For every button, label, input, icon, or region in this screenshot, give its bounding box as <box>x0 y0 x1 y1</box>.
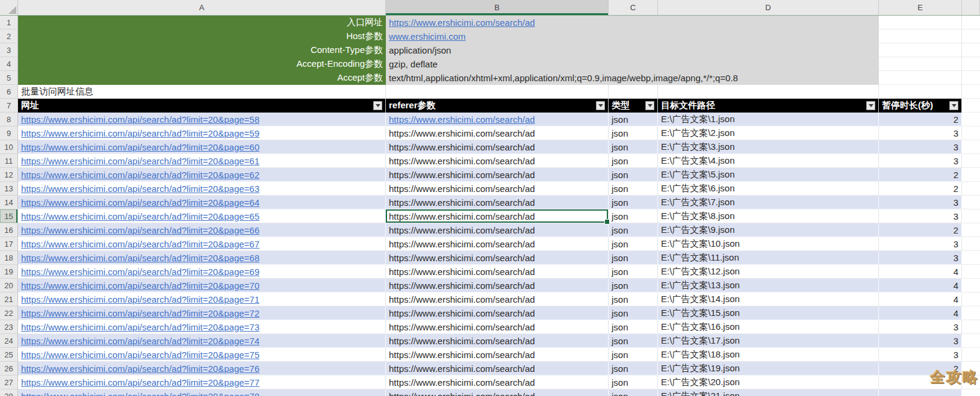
referer-cell[interactable]: https://www.ershicimi.com/search/ad <box>386 376 609 389</box>
column-header-A[interactable]: A <box>18 0 386 15</box>
path-cell[interactable]: E:\广告文案\10.json <box>658 237 879 251</box>
type-cell[interactable]: json <box>609 362 658 376</box>
row-header-14[interactable]: 14 <box>0 196 18 209</box>
type-cell[interactable]: json <box>609 154 658 168</box>
column-header-D[interactable]: D <box>658 0 879 15</box>
config-label-cell[interactable]: Content-Type参数 <box>18 43 386 57</box>
empty-cell[interactable] <box>879 85 962 99</box>
config-value-link[interactable]: https://www.ershicimi.com/search/ad <box>389 17 535 28</box>
empty-cell[interactable] <box>962 85 980 99</box>
referer-cell[interactable]: https://www.ershicimi.com/search/ad <box>386 279 609 292</box>
path-cell[interactable]: E:\广告文案\2.json <box>658 126 879 140</box>
pause-cell[interactable]: 3 <box>879 196 962 209</box>
config-label-cell[interactable]: 入口网址 <box>18 16 386 29</box>
referer-cell[interactable]: https://www.ershicimi.com/search/ad <box>386 292 609 306</box>
referer-cell[interactable]: https://www.ershicimi.com/search/ad <box>386 334 609 348</box>
config-value-cell[interactable]: gzip, deflate <box>386 57 879 71</box>
path-cell[interactable]: E:\广告文案\8.json <box>658 209 879 223</box>
url-cell[interactable]: https://www.ershicimi.com/api/search/ad?… <box>18 196 386 209</box>
row-header-1[interactable]: 1 <box>0 16 18 29</box>
row-header-20[interactable]: 20 <box>0 279 18 292</box>
url-cell[interactable]: https://www.ershicimi.com/api/search/ad?… <box>18 265 386 279</box>
url-link[interactable]: https://www.ershicimi.com/api/search/ad?… <box>21 142 259 152</box>
empty-cell[interactable] <box>879 71 962 85</box>
path-cell[interactable]: E:\广告文案\14.json <box>658 292 879 306</box>
row-header-5[interactable]: 5 <box>0 71 18 85</box>
empty-cell[interactable] <box>962 182 980 196</box>
referer-cell[interactable]: https://www.ershicimi.com/search/ad <box>386 251 609 265</box>
referer-cell[interactable]: https://www.ershicimi.com/search/ad <box>386 265 609 279</box>
empty-cell[interactable] <box>962 71 980 85</box>
type-cell[interactable]: json <box>609 113 658 126</box>
pause-cell[interactable]: 3 <box>879 320 962 334</box>
empty-cell[interactable] <box>879 57 962 71</box>
url-cell[interactable]: https://www.ershicimi.com/api/search/ad?… <box>18 389 386 396</box>
empty-cell[interactable] <box>962 237 980 251</box>
config-label-cell[interactable]: Accept参数 <box>18 71 386 85</box>
row-header-7[interactable]: 7 <box>0 99 18 113</box>
path-cell[interactable]: E:\广告文案\18.json <box>658 348 879 362</box>
path-cell[interactable]: E:\广告文案\1.json <box>658 113 879 126</box>
row-header-15[interactable]: 15 <box>0 209 18 223</box>
referer-link[interactable]: https://www.ershicimi.com/search/ad <box>389 114 535 125</box>
empty-cell[interactable] <box>962 334 980 348</box>
referer-cell[interactable]: https://www.ershicimi.com/search/ad <box>386 320 609 334</box>
url-cell[interactable]: https://www.ershicimi.com/api/search/ad?… <box>18 140 386 154</box>
row-header-19[interactable]: 19 <box>0 265 18 279</box>
row-header-12[interactable]: 12 <box>0 168 18 182</box>
type-cell[interactable]: json <box>609 292 658 306</box>
row-header-13[interactable]: 13 <box>0 182 18 196</box>
url-link[interactable]: https://www.ershicimi.com/api/search/ad?… <box>21 350 259 360</box>
empty-cell[interactable] <box>962 265 980 279</box>
referer-cell[interactable]: https://www.ershicimi.com/search/ad <box>386 154 609 168</box>
row-header-21[interactable]: 21 <box>0 292 18 306</box>
type-cell[interactable]: json <box>609 389 658 396</box>
url-link[interactable]: https://www.ershicimi.com/api/search/ad?… <box>21 391 259 396</box>
config-label-cell[interactable]: Host参数 <box>18 29 386 43</box>
path-cell[interactable]: E:\广告文案\15.json <box>658 306 879 320</box>
type-cell[interactable]: json <box>609 182 658 196</box>
table-column-header[interactable]: 目标文件路径 <box>658 99 879 113</box>
pause-cell[interactable]: 4 <box>879 292 962 306</box>
column-header-B[interactable]: B <box>386 0 609 15</box>
url-link[interactable]: https://www.ershicimi.com/api/search/ad?… <box>21 267 259 277</box>
empty-cell[interactable] <box>962 99 980 113</box>
config-label-cell[interactable]: Accept-Encoding参数 <box>18 57 386 71</box>
pause-cell[interactable]: 4 <box>879 265 962 279</box>
url-link[interactable]: https://www.ershicimi.com/api/search/ad?… <box>21 253 259 263</box>
url-cell[interactable]: https://www.ershicimi.com/api/search/ad?… <box>18 113 386 126</box>
column-header-C[interactable]: C <box>609 0 658 15</box>
url-link[interactable]: https://www.ershicimi.com/api/search/ad?… <box>21 156 259 166</box>
empty-cell[interactable] <box>962 57 980 71</box>
type-cell[interactable]: json <box>609 334 658 348</box>
type-cell[interactable]: json <box>609 237 658 251</box>
empty-cell[interactable] <box>879 16 962 29</box>
path-cell[interactable]: E:\广告文案\19.json <box>658 362 879 376</box>
path-cell[interactable]: E:\广告文案\21.json <box>658 389 879 396</box>
url-cell[interactable]: https://www.ershicimi.com/api/search/ad?… <box>18 182 386 196</box>
empty-cell[interactable] <box>962 320 980 334</box>
filter-button[interactable] <box>373 101 382 110</box>
empty-cell[interactable] <box>962 348 980 362</box>
type-cell[interactable]: json <box>609 348 658 362</box>
row-header-8[interactable]: 8 <box>0 113 18 126</box>
pause-cell[interactable]: 2 <box>879 182 962 196</box>
row-header-6[interactable]: 6 <box>0 85 18 99</box>
empty-cell[interactable] <box>962 126 980 140</box>
empty-cell[interactable] <box>879 29 962 43</box>
empty-cell[interactable] <box>962 223 980 237</box>
type-cell[interactable]: json <box>609 306 658 320</box>
url-link[interactable]: https://www.ershicimi.com/api/search/ad?… <box>21 114 259 125</box>
url-link[interactable]: https://www.ershicimi.com/api/search/ad?… <box>21 308 259 318</box>
path-cell[interactable]: E:\广告文案\13.json <box>658 279 879 292</box>
pause-cell[interactable]: 4 <box>879 306 962 320</box>
type-cell[interactable]: json <box>609 209 658 223</box>
row-header-28[interactable]: 28 <box>0 389 18 396</box>
row-header-4[interactable]: 4 <box>0 57 18 71</box>
type-cell[interactable]: json <box>609 168 658 182</box>
url-cell[interactable]: https://www.ershicimi.com/api/search/ad?… <box>18 306 386 320</box>
url-link[interactable]: https://www.ershicimi.com/api/search/ad?… <box>21 197 259 208</box>
url-cell[interactable]: https://www.ershicimi.com/api/search/ad?… <box>18 320 386 334</box>
empty-cell[interactable] <box>658 85 879 99</box>
empty-cell[interactable] <box>962 113 980 126</box>
